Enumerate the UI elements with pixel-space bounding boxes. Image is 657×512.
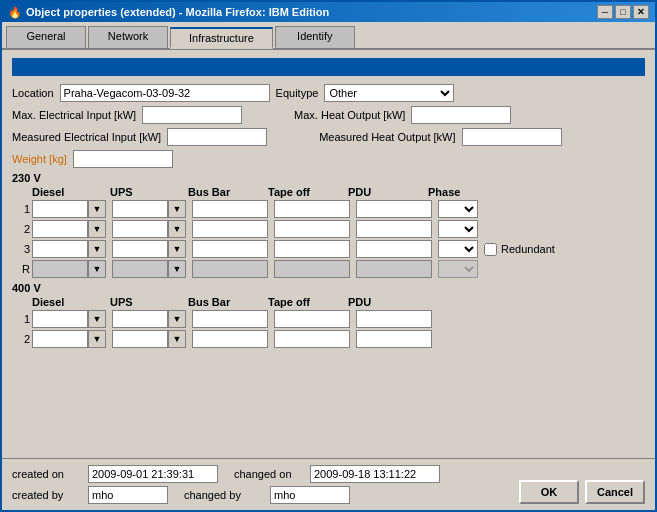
weight-label: Weight [kg] <box>12 153 67 165</box>
ups-combo-2: ▼ <box>112 220 186 238</box>
diesel-dropdown-1[interactable]: ▼ <box>88 200 106 218</box>
diesel-dropdown-400-2[interactable]: ▼ <box>88 330 106 348</box>
ups-input-400-2[interactable] <box>112 330 168 348</box>
measured-values-row: Measured Electrical Input [kW] Measured … <box>12 128 645 146</box>
pdu-input-1[interactable] <box>356 200 432 218</box>
phase-select-3[interactable] <box>438 240 478 258</box>
max-heat-input[interactable] <box>411 106 511 124</box>
ups-dropdown-r: ▼ <box>168 260 186 278</box>
ups-dropdown-400-2[interactable]: ▼ <box>168 330 186 348</box>
created-by-value <box>88 486 168 504</box>
grid-header-230: Diesel UPS Bus Bar Tape off PDU Phase <box>32 186 645 198</box>
col-pdu-header-400: PDU <box>348 296 428 308</box>
close-button[interactable]: ✕ <box>633 5 649 19</box>
tab-network[interactable]: Network <box>88 26 168 48</box>
max-values-row: Max. Electrical Input [kW] Max. Heat Out… <box>12 106 645 124</box>
pdu-input-400-2[interactable] <box>356 330 432 348</box>
grid-header-400: Diesel UPS Bus Bar Tape off PDU <box>32 296 645 308</box>
row-label-r: R <box>12 263 30 275</box>
pdu-input-r <box>356 260 432 278</box>
pdu-input-400-1[interactable] <box>356 310 432 328</box>
diesel-combo-r: ▼ <box>32 260 106 278</box>
changed-by-label: changed by <box>184 489 264 501</box>
phase-select-r <box>438 260 478 278</box>
changed-by-value <box>270 486 350 504</box>
diesel-input-1[interactable] <box>32 200 88 218</box>
equitype-label: Equitype <box>276 87 319 99</box>
minimize-button[interactable]: ─ <box>597 5 613 19</box>
diesel-dropdown-2[interactable]: ▼ <box>88 220 106 238</box>
ups-dropdown-3[interactable]: ▼ <box>168 240 186 258</box>
max-elec-input[interactable] <box>142 106 242 124</box>
tab-general[interactable]: General <box>6 26 86 48</box>
redundant-label: Redundant <box>501 243 555 255</box>
row-label-400-2: 2 <box>12 333 30 345</box>
diesel-input-400-2[interactable] <box>32 330 88 348</box>
location-input[interactable] <box>60 84 270 102</box>
measured-heat-label: Measured Heat Output [kW] <box>319 131 455 143</box>
busbar-input-400-1[interactable] <box>192 310 268 328</box>
tapeoff-input-2[interactable] <box>274 220 350 238</box>
row-label-2: 2 <box>12 223 30 235</box>
changed-on-value <box>310 465 440 483</box>
diesel-dropdown-r: ▼ <box>88 260 106 278</box>
diesel-input-2[interactable] <box>32 220 88 238</box>
tapeoff-input-1[interactable] <box>274 200 350 218</box>
equitype-select[interactable]: Other <box>324 84 454 102</box>
created-on-row: created on changed on <box>12 465 440 483</box>
phase-select-2[interactable] <box>438 220 478 238</box>
pdu-input-3[interactable] <box>356 240 432 258</box>
col-busbar-header: Bus Bar <box>188 186 268 198</box>
created-on-label: created on <box>12 468 82 480</box>
diesel-combo-400-1: ▼ <box>32 310 106 328</box>
diesel-input-3[interactable] <box>32 240 88 258</box>
col-diesel-header: Diesel <box>32 186 110 198</box>
diesel-input-400-1[interactable] <box>32 310 88 328</box>
grid-row-400-1: 1 ▼ ▼ <box>12 310 645 328</box>
ups-input-400-1[interactable] <box>112 310 168 328</box>
measured-elec-input[interactable] <box>167 128 267 146</box>
location-label: Location <box>12 87 54 99</box>
busbar-input-1[interactable] <box>192 200 268 218</box>
window-title: Object properties (extended) - Mozilla F… <box>26 6 329 18</box>
tapeoff-input-400-1[interactable] <box>274 310 350 328</box>
busbar-input-2[interactable] <box>192 220 268 238</box>
ups-input-2[interactable] <box>112 220 168 238</box>
pdu-input-2[interactable] <box>356 220 432 238</box>
bottom-buttons: OK Cancel <box>519 480 645 504</box>
cancel-button[interactable]: Cancel <box>585 480 645 504</box>
ups-dropdown-1[interactable]: ▼ <box>168 200 186 218</box>
tapeoff-input-3[interactable] <box>274 240 350 258</box>
ups-input-1[interactable] <box>112 200 168 218</box>
ok-button[interactable]: OK <box>519 480 579 504</box>
main-window: 🔥 Object properties (extended) - Mozilla… <box>0 0 657 512</box>
ups-combo-3: ▼ <box>112 240 186 258</box>
weight-input[interactable] <box>73 150 173 168</box>
busbar-input-3[interactable] <box>192 240 268 258</box>
ups-dropdown-400-1[interactable]: ▼ <box>168 310 186 328</box>
tapeoff-input-400-2[interactable] <box>274 330 350 348</box>
maximize-button[interactable]: □ <box>615 5 631 19</box>
diesel-combo-1: ▼ <box>32 200 106 218</box>
max-elec-label: Max. Electrical Input [kW] <box>12 109 136 121</box>
diesel-dropdown-400-1[interactable]: ▼ <box>88 310 106 328</box>
row-label-3: 3 <box>12 243 30 255</box>
bottom-bar: created on changed on created by changed… <box>2 458 655 510</box>
col-ups-header: UPS <box>110 186 188 198</box>
tab-identify[interactable]: Identify <box>275 26 355 48</box>
col-diesel-header-400: Diesel <box>32 296 110 308</box>
redundant-row: Redundant <box>484 243 555 256</box>
busbar-input-400-2[interactable] <box>192 330 268 348</box>
content-area: Location Equitype Other Max. Electrical … <box>2 50 655 458</box>
ups-dropdown-2[interactable]: ▼ <box>168 220 186 238</box>
tab-infrastructure[interactable]: Infrastructure <box>170 27 273 49</box>
grid-row-230-2: 2 ▼ ▼ <box>12 220 645 238</box>
created-on-value <box>88 465 218 483</box>
phase-select-1[interactable] <box>438 200 478 218</box>
col-phase-header: Phase <box>428 186 488 198</box>
measured-heat-input[interactable] <box>462 128 562 146</box>
diesel-dropdown-3[interactable]: ▼ <box>88 240 106 258</box>
ups-input-3[interactable] <box>112 240 168 258</box>
redundant-checkbox[interactable] <box>484 243 497 256</box>
title-controls: ─ □ ✕ <box>597 5 649 19</box>
